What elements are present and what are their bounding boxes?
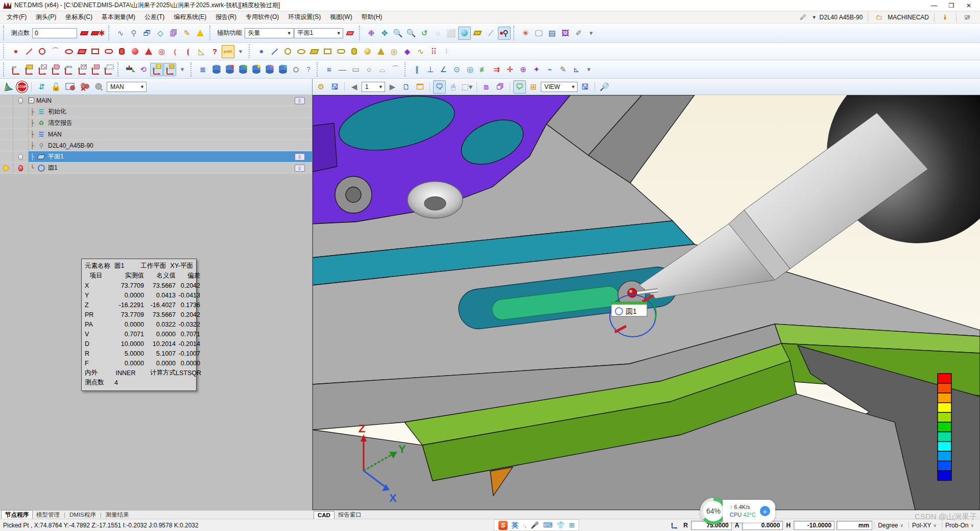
machine-connection-icon[interactable]: 🖳	[962, 12, 973, 23]
tree-row-man[interactable]: ├ ☰ MAN	[0, 129, 312, 140]
menu-view[interactable]: 视图(W)	[325, 11, 356, 23]
path-icon[interactable]: path	[222, 45, 234, 58]
dimension-table-icon[interactable]: 🗈	[480, 80, 493, 94]
measure-ellipse-icon[interactable]	[62, 45, 75, 58]
construct-cylinder-icon[interactable]	[348, 45, 361, 58]
sheet-view-icon[interactable]	[471, 27, 484, 40]
label-grid-icon[interactable]: 🗨	[433, 80, 446, 94]
zoom-window-icon[interactable]: ◌	[432, 27, 444, 40]
erase-all-points-icon[interactable]: ✱	[91, 27, 106, 40]
workplane-dropdown[interactable]: 平面1▼	[294, 28, 343, 38]
probe-data-6-icon[interactable]	[276, 63, 289, 76]
tree-label[interactable]: D2L40_A45B-90	[48, 142, 93, 149]
toolbar-grip[interactable]	[3, 62, 7, 77]
parallel-icon[interactable]: ∥	[411, 63, 423, 76]
measure-surface-icon[interactable]: ⦗	[182, 45, 195, 58]
run-program-icon[interactable]	[2, 80, 15, 94]
321-coordsys-icon[interactable]	[36, 63, 49, 76]
bulb-icon[interactable]	[18, 154, 23, 160]
tab-cad[interactable]: CAD	[314, 511, 334, 519]
label-pick-icon[interactable]: 🖰	[447, 80, 460, 94]
measure-cone-icon[interactable]	[142, 45, 155, 58]
dimension-pick-icon[interactable]: 🗇	[494, 80, 507, 94]
rps-coordsys-icon[interactable]: RPS	[62, 63, 75, 76]
point-grid-icon[interactable]: ⠿	[427, 45, 440, 58]
rotate-coordsys-icon[interactable]: ⟲	[137, 63, 150, 76]
tree-label[interactable]: MAN	[48, 131, 62, 138]
search-doc-icon[interactable]: 🔎	[598, 80, 611, 94]
toolbar-grip[interactable]	[209, 26, 213, 41]
construct-rectangle-icon[interactable]	[321, 45, 334, 58]
new-page-icon[interactable]: 🗋	[400, 80, 413, 94]
point-coordsys-icon[interactable]	[76, 63, 88, 76]
construct-pyramid-icon[interactable]: ◆	[401, 45, 414, 58]
angle-icon[interactable]: ∠	[437, 63, 450, 76]
toolbar-grip[interactable]	[359, 26, 363, 41]
maximize-button[interactable]: ❐	[943, 1, 960, 11]
probe-data-2-icon[interactable]	[223, 63, 236, 76]
menu-special-software[interactable]: 专用软件(O)	[241, 11, 283, 23]
probe-point-icon[interactable]: ⚲	[498, 27, 511, 40]
construct-line-icon[interactable]	[268, 45, 281, 58]
construct-plane-icon[interactable]	[308, 45, 321, 58]
tree-row-probe[interactable]: ├ ⚲ D2L40_A45B-90	[0, 140, 312, 151]
export-points-icon[interactable]: 🗗	[141, 27, 154, 40]
edit-pencil-icon[interactable]: ✎	[181, 27, 194, 40]
part-coordsys-icon[interactable]	[150, 63, 163, 76]
minimize-button[interactable]: —	[926, 1, 942, 11]
position-icon[interactable]: ✛	[504, 63, 516, 76]
toolbar-overflow-icon[interactable]: ▾	[586, 28, 597, 39]
probe-data-3-icon[interactable]	[236, 63, 249, 76]
slot-element-icon[interactable]: ⌓	[376, 63, 389, 76]
save-report-icon[interactable]: 🖫	[579, 80, 591, 94]
tree-label[interactable]: MAIN	[36, 97, 52, 104]
probe-tool-icon[interactable]: ⚲	[128, 27, 140, 40]
stop-program-icon[interactable]: STOP	[16, 81, 28, 93]
report-table-icon[interactable]: ⊞	[527, 80, 540, 94]
measure-plane-icon[interactable]	[76, 45, 88, 58]
concentric-icon[interactable]: ⊙	[450, 63, 463, 76]
save-view-icon[interactable]: 🖫	[328, 80, 341, 94]
toolbar-grip[interactable]	[3, 26, 7, 41]
plane-stack-icon[interactable]	[344, 27, 356, 40]
display-settings-icon[interactable]: 🖵	[533, 27, 545, 40]
tab-model-manage[interactable]: 模型管理	[33, 511, 63, 519]
list-settings-icon[interactable]: ▤	[546, 27, 559, 40]
probe-mode-select[interactable]: Prob-On∨	[942, 522, 977, 529]
unlock-icon[interactable]: 🔓	[50, 80, 62, 94]
toolbar-grip[interactable]	[190, 62, 194, 77]
help-measure-icon[interactable]: ?	[208, 45, 221, 58]
bulb-red-icon[interactable]	[18, 165, 23, 171]
measure-rectangle-icon[interactable]	[89, 45, 102, 58]
runout-icon[interactable]: ⌁	[543, 63, 556, 76]
measure-arc-icon[interactable]: ⌒	[49, 45, 62, 58]
section-line-icon[interactable]: ⟋	[485, 27, 497, 40]
toolbar-grip[interactable]	[117, 62, 121, 77]
mode-dropdown[interactable]: MAN▼	[107, 82, 147, 92]
symmetry-icon[interactable]: ≢	[477, 63, 490, 76]
view-dropdown[interactable]: VIEW▼	[541, 82, 578, 92]
ime-toolbox-icon[interactable]: ⊞	[569, 521, 575, 529]
cad-scene[interactable]: 圆1 Z Y X	[313, 95, 980, 510]
true-position-icon[interactable]: ⊕	[517, 63, 530, 76]
annotation-icon[interactable]: 🗩	[513, 80, 526, 94]
ime-skin-icon[interactable]: 👕	[557, 521, 565, 529]
wrap-coordsys-icon[interactable]	[89, 63, 102, 76]
system-monitor-widget[interactable]: 64% ↑ 6.4K/s CPU 42°C +	[700, 498, 775, 524]
construct-circle-icon[interactable]	[281, 45, 294, 58]
probe-config-icon[interactable]: ⛭	[290, 63, 302, 76]
keyboard-icon[interactable]: ⣿	[295, 97, 305, 104]
shaded-view-icon[interactable]	[458, 27, 471, 40]
circle-element-icon[interactable]: ○	[363, 63, 375, 76]
ime-punctuation-icon[interactable]: ·,	[522, 521, 527, 529]
circle-annotation-label[interactable]: 圆1	[611, 302, 647, 316]
datum-pencil-icon[interactable]: ✎	[557, 63, 569, 76]
construct-slot-icon[interactable]	[334, 45, 347, 58]
measure-slot-icon[interactable]	[102, 45, 115, 58]
measure-curve-icon[interactable]: ⦅	[169, 45, 181, 58]
report-edit-icon[interactable]: 🗉	[197, 63, 209, 76]
machine-coordsys-icon[interactable]	[124, 63, 136, 76]
erase-point-icon[interactable]	[78, 27, 90, 40]
pen-settings-icon[interactable]: ✐	[572, 27, 585, 40]
toolbar-overflow-icon[interactable]: ▾	[235, 46, 246, 57]
